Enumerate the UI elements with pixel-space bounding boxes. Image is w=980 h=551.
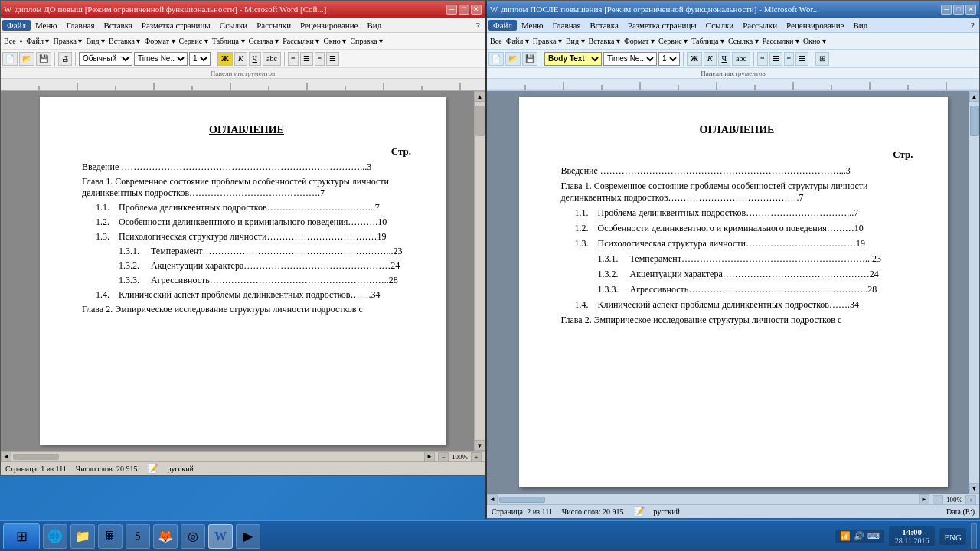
scroll-right-btn[interactable]: ► — [424, 452, 435, 462]
scroll-up-left[interactable]: ▲ — [475, 91, 485, 102]
underline-btn-left[interactable]: Ч — [249, 52, 262, 66]
taskbar-word-icon[interactable]: W — [208, 524, 233, 549]
okno-left[interactable]: Окно ▾ — [322, 37, 348, 45]
bold-btn-left[interactable]: Ж — [217, 52, 233, 66]
taskbar-folder-icon[interactable]: 📁 — [70, 524, 95, 549]
taskbar-chrome-icon[interactable]: ◎ — [181, 524, 205, 549]
menu-home-left[interactable]: Главная — [62, 20, 100, 31]
font-dropdown-right[interactable]: Times Ne... — [603, 52, 657, 66]
open-btn-right[interactable]: 📂 — [505, 52, 521, 66]
scroll-up-right[interactable]: ▲ — [969, 91, 980, 102]
style-dropdown-right[interactable]: Body Text — [544, 52, 602, 66]
vstavka-left[interactable]: Вставка ▾ — [107, 37, 142, 45]
style-dropdown-left[interactable]: Обычный — [79, 52, 132, 66]
close-btn-left[interactable]: ✕ — [471, 5, 482, 15]
pravka2-left[interactable]: Правка ▾ — [51, 37, 83, 45]
zoom-in-btn-left[interactable]: + — [471, 452, 482, 461]
vid-left[interactable]: Вид ▾ — [84, 37, 106, 45]
scroll-thumb-h-left[interactable] — [13, 454, 59, 460]
servis-right[interactable]: Сервис ▾ — [657, 37, 689, 45]
align-right-btn[interactable]: ≡ — [315, 52, 325, 66]
minimize-btn-left[interactable]: ─ — [446, 5, 457, 15]
zoom-in-btn-right[interactable]: + — [965, 495, 976, 504]
size-dropdown-left[interactable]: 16 — [189, 52, 211, 66]
indent-btn-right[interactable]: ⊞ — [815, 52, 829, 66]
menu-view-right[interactable]: Вид — [848, 20, 872, 31]
spravka-left[interactable]: Справка ▾ — [348, 37, 384, 45]
align-center-btn[interactable]: ☰ — [300, 52, 313, 66]
menu-insert-left[interactable]: Вставка — [100, 20, 137, 31]
taskbar-skype-icon[interactable]: S — [126, 524, 150, 549]
taskbar-firefox-icon[interactable]: 🦊 — [153, 524, 178, 549]
scrollbar-v-left[interactable]: ▲ ▼ — [474, 91, 485, 451]
pravka-label-left[interactable]: Файл ▾ — [24, 37, 51, 45]
menu-review-left[interactable]: Рецензирование — [296, 20, 362, 31]
pravka-right[interactable]: Правка ▾ — [531, 37, 564, 45]
ssylka-right[interactable]: Ссылка ▾ — [727, 37, 760, 45]
zoom-out-btn-right[interactable]: − — [933, 495, 943, 504]
menu-help-left[interactable]: ? — [473, 20, 483, 31]
tablica-left[interactable]: Таблица ▾ — [211, 37, 247, 45]
new-btn-left[interactable]: 📄 — [2, 52, 18, 66]
italic-btn-left[interactable]: К — [234, 52, 247, 66]
size-dropdown-right[interactable]: 14 — [658, 52, 680, 66]
okno-right[interactable]: Окно ▾ — [802, 37, 828, 45]
title-controls-left[interactable]: ─ □ ✕ — [446, 5, 482, 15]
menu-insert-right[interactable]: Вставка — [586, 20, 623, 31]
font-dropdown-left[interactable]: Times Ne... — [134, 52, 188, 66]
menu-menu-left[interactable]: Меню — [31, 20, 62, 31]
menu-layout-right[interactable]: Разметка страницы — [623, 20, 701, 31]
justify-btn[interactable]: ☰ — [326, 52, 339, 66]
save-btn-right[interactable]: 💾 — [522, 52, 537, 66]
scroll-thumb-left[interactable] — [475, 106, 485, 136]
show-desktop-btn[interactable] — [971, 523, 977, 549]
clock-area[interactable]: 14:00 28.11.2016 — [889, 526, 936, 546]
ssylka-left[interactable]: Ссылка ▾ — [247, 37, 281, 45]
menu-review-right[interactable]: Рецензирование — [782, 20, 848, 31]
menu-refs-left[interactable]: Ссылки — [215, 20, 252, 31]
menu-view-left[interactable]: Вид — [362, 20, 386, 31]
print-btn-left[interactable]: 🖨 — [58, 52, 72, 66]
open-btn-left[interactable]: 📂 — [19, 52, 34, 66]
align-left-btn-r[interactable]: ≡ — [757, 52, 768, 66]
save-btn-left[interactable]: 💾 — [36, 52, 51, 66]
vstavka-right[interactable]: Вставка ▾ — [587, 37, 622, 45]
menu-file-right[interactable]: Файл — [488, 20, 517, 31]
menu-mail-left[interactable]: Рассылки — [252, 20, 296, 31]
new-btn-right[interactable]: 📄 — [488, 52, 504, 66]
underline-btn-right[interactable]: Ч — [718, 52, 731, 66]
align-center-btn-r[interactable]: ☰ — [769, 52, 782, 66]
scroll-right-btn-r[interactable]: ► — [919, 494, 929, 505]
rassylki-left[interactable]: Рассылки ▾ — [281, 37, 321, 45]
justify-btn-r[interactable]: ☰ — [795, 52, 808, 66]
start-button[interactable]: ⊞ — [3, 523, 40, 549]
scroll-left-btn-r[interactable]: ◄ — [487, 494, 498, 505]
scroll-thumb-h-right[interactable] — [499, 497, 545, 503]
menu-file-left[interactable]: Файл — [2, 20, 31, 31]
align-right-btn-r[interactable]: ≡ — [784, 52, 795, 66]
title-controls-right[interactable]: ─ □ ✕ — [941, 5, 976, 15]
scroll-down-left[interactable]: ▼ — [475, 440, 485, 451]
lang-indicator[interactable]: ENG — [939, 528, 966, 545]
menu-layout-left[interactable]: Разметка страницы — [137, 20, 215, 31]
menu-mail-right[interactable]: Рассылки — [738, 20, 782, 31]
scrollbar-h-right[interactable]: ◄ ► − 100% + — [487, 494, 979, 504]
close-btn-right[interactable]: ✕ — [965, 5, 976, 15]
scrollbar-h-left[interactable]: ◄ ► − 100% + — [1, 451, 485, 461]
restore-btn-right[interactable]: □ — [953, 5, 964, 15]
strike-btn-left[interactable]: abc — [263, 52, 281, 66]
italic-btn-right[interactable]: К — [704, 52, 717, 66]
menu-menu-right[interactable]: Меню — [517, 20, 548, 31]
format-right[interactable]: Формат ▾ — [622, 37, 656, 45]
taskbar-ie-icon[interactable]: 🌐 — [43, 524, 67, 549]
vid-right[interactable]: Вид ▾ — [564, 37, 586, 45]
file-right[interactable]: Файл ▾ — [505, 37, 531, 45]
menu-refs-right[interactable]: Ссылки — [701, 20, 738, 31]
scrollbar-v-right[interactable]: ▲ ▼ — [969, 91, 979, 494]
format-left[interactable]: Формат ▾ — [142, 37, 176, 45]
scroll-left-btn[interactable]: ◄ — [1, 452, 11, 462]
menu-home-right[interactable]: Главная — [548, 20, 586, 31]
rassylki-right[interactable]: Рассылки ▾ — [761, 37, 801, 45]
menu-help-right[interactable]: ? — [968, 20, 978, 31]
scroll-thumb-right[interactable] — [970, 106, 979, 136]
